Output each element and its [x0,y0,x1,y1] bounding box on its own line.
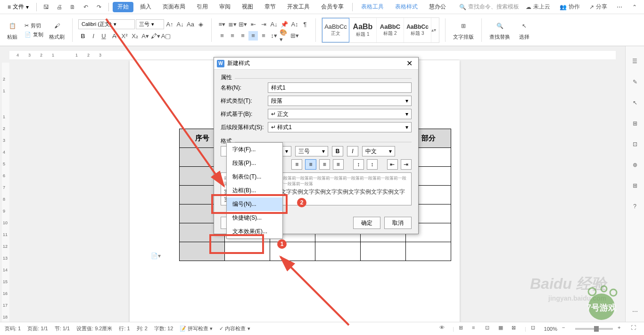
side-tool-collapse[interactable]: ⋯ [629,306,641,317]
bold-icon[interactable]: B [78,31,88,41]
status-page-no[interactable]: 页码: 1 [5,325,21,332]
dialog-spacing-dec-btn[interactable]: ↕ [367,159,378,170]
multilevel-icon[interactable]: ⊞▾ [238,20,248,29]
collab-btn[interactable]: 👥 协作 [557,3,583,11]
dialog-align-right-btn[interactable]: ≡ [319,159,330,170]
style-normal[interactable]: AaBbCc 正文 [322,18,349,42]
vertical-ruler[interactable]: 21 123 456 789 101112 131415 161718 [2,63,9,322]
dialog-titlebar[interactable]: W 新建样式 ✕ [214,57,418,70]
dialog-italic-btn[interactable]: I [347,146,358,156]
side-tool-8[interactable]: ? [629,201,641,212]
cancel-button[interactable]: 取消 [384,217,412,229]
tab-references[interactable]: 引用 [192,0,213,14]
view-icon-5[interactable]: ⊠ [512,325,520,333]
status-page[interactable]: 页面: 1/1 [27,325,48,332]
fullscreen-icon[interactable]: ⛶ [631,325,639,333]
tab-table-styles[interactable]: 表格样式 [390,0,422,14]
status-setting[interactable]: 设置值: 9.2厘米 [76,325,112,332]
change-case-icon[interactable]: Aa [186,20,195,29]
italic-icon[interactable]: I [89,31,98,41]
dialog-align-left-btn[interactable]: ≡ [291,159,302,170]
tab-review[interactable]: 审阅 [215,0,235,14]
select-btn[interactable]: ↖ 选择 [516,19,533,41]
text-layout-btn[interactable]: ⊞ 文字排版 [451,19,476,41]
menu-tabs[interactable]: 制表位(T)... [227,170,282,184]
status-content[interactable]: ✓ 内容检查 ▾ [219,325,250,332]
tab-page-layout[interactable]: 页面布局 [158,0,190,14]
view-icon-2[interactable]: ≡ [472,325,480,333]
distribute-icon[interactable]: ≡ [259,31,268,41]
search-box[interactable]: 🔍 查找命令、搜索模板 [459,3,519,11]
borders-icon[interactable]: ⊞▾ [290,31,299,41]
numbering-icon[interactable]: ≣▾ [228,20,237,29]
status-col[interactable]: 列: 2 [137,325,148,332]
print-icon[interactable]: 🖨 [54,1,65,13]
tab-table-tools[interactable]: 表格工具 [356,0,388,14]
file-menu[interactable]: ≡ 文件 ▾ [4,1,33,13]
status-row[interactable]: 行: 1 [119,325,130,332]
menu-shortcut[interactable]: 快捷键(S)... [227,211,282,225]
dialog-font-size-select[interactable]: 三号▾ [295,146,328,156]
find-replace-btn[interactable]: 🔍 查找替换 [487,19,512,41]
zoom-slider[interactable] [575,328,613,330]
side-tool-2[interactable]: ✎ [629,76,641,88]
style-type-select[interactable]: 段落▾ [268,96,412,106]
zoom-value[interactable]: 100% [544,326,557,332]
side-tool-1[interactable]: ☰ [629,56,641,67]
align-center-icon[interactable]: ≡ [228,31,237,41]
tab-home[interactable]: 开始 [113,2,133,12]
font-size-select[interactable]: 三号 ▾ [136,19,164,29]
side-tool-4[interactable]: ⊞ [629,118,641,129]
shading-icon[interactable]: 🎨▾ [280,31,289,41]
reading-mode-icon[interactable]: 👁 [439,325,448,333]
more-icon[interactable]: ⋯ [614,1,625,13]
tab-member[interactable]: 会员专享 [316,0,348,14]
cloud-btn[interactable]: ☁ 未上云 [523,3,553,11]
dialog-spacing-inc-btn[interactable]: ↕ [353,159,364,170]
close-icon[interactable]: ✕ [404,59,415,68]
font-name-select[interactable]: Calibri (正文) ▾ [78,19,135,29]
print-preview-icon[interactable]: 🗎 [67,1,78,13]
cut-btn[interactable]: ✂ 剪切 [25,22,43,29]
view-icon-3[interactable]: ⊡ [485,325,494,333]
increase-indent-icon[interactable]: ⇥ [259,20,268,29]
zoom-out-icon[interactable]: − [562,325,570,333]
pin-icon[interactable]: 📌 [280,20,289,29]
bullets-icon[interactable]: ≡▾ [217,20,227,29]
dialog-lang-select[interactable]: 中文▾ [362,146,395,156]
based-on-select[interactable]: ↵ 正文▾ [268,109,412,119]
tab-view[interactable]: 视图 [237,0,258,14]
share-btn[interactable]: ↗ 分享 [586,3,610,11]
underline-icon[interactable]: U [99,31,108,41]
menu-paragraph[interactable]: 段落(P)... [227,156,282,170]
redo-icon[interactable]: ↷ [93,1,105,13]
align-right-icon[interactable]: ≡ [238,31,248,41]
dialog-align-center-btn[interactable]: ≡ [333,159,344,170]
subscript-icon[interactable]: X₂ [130,31,140,41]
zoom-fit-icon[interactable]: ⊡ [531,325,539,333]
status-word-count[interactable]: 字数: 12 [154,325,173,332]
highlight-icon[interactable]: 🖍▾ [151,31,160,41]
ok-button[interactable]: 确定 [353,217,380,229]
char-border-icon[interactable]: A▢ [161,31,171,41]
status-spell[interactable]: 📝 拼写检查 ▾ [180,325,213,332]
sort-icon[interactable]: A↓ [269,20,279,29]
save-icon[interactable]: 🖫 [41,1,52,13]
view-icon-1[interactable]: ⊞ [459,325,467,333]
align-left-icon[interactable]: ≡ [217,31,227,41]
text-direction-icon[interactable]: A↕ [290,20,299,29]
tab-insert[interactable]: 插入 [135,0,156,14]
copy-btn[interactable]: 📄 复制 [25,31,43,38]
minimize-ribbon-icon[interactable]: ⌃ [629,1,640,13]
menu-numbering[interactable]: 编号(N)... [227,197,282,211]
undo-icon[interactable]: ↶ [80,1,91,13]
dialog-bold-btn[interactable]: B [332,146,343,156]
dialog-indent-dec-btn[interactable]: ⇤ [387,159,398,170]
style-heading3[interactable]: AaBbCc 标题 3 [404,18,431,42]
following-style-select[interactable]: ↵ 样式1▾ [268,122,412,132]
decrease-indent-icon[interactable]: ⇤ [248,20,258,29]
tab-dev[interactable]: 开发工具 [282,0,314,14]
dialog-indent-inc-btn[interactable]: ⇥ [401,159,412,170]
style-heading2[interactable]: AaBbC 标题 2 [377,18,404,42]
line-spacing-icon[interactable]: ↕▾ [269,31,279,41]
